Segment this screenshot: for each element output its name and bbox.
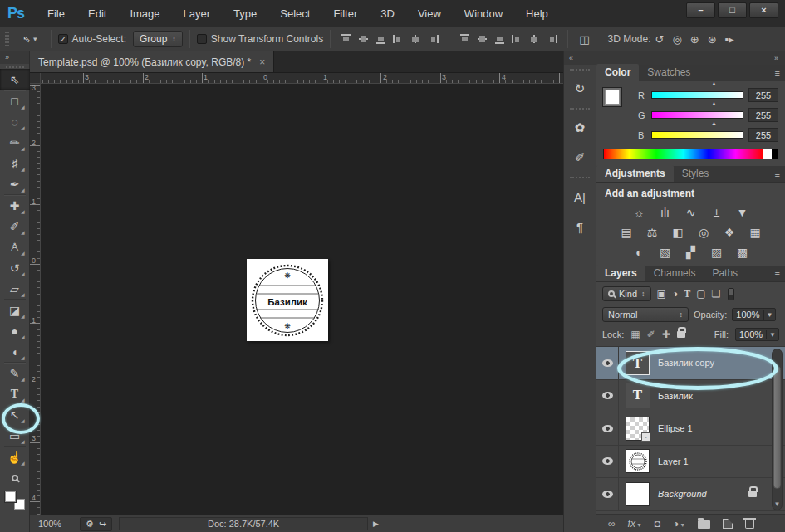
layer-thumbnail[interactable] <box>626 449 650 473</box>
threshold-icon[interactable]: ▞ <box>684 246 699 259</box>
selective-color-icon[interactable]: ▩ <box>735 246 750 259</box>
layer-row-background[interactable]: Background <box>596 478 785 511</box>
layer-name[interactable]: Layer 1 <box>658 456 689 466</box>
pen-tool[interactable]: ✎◢ <box>2 363 27 383</box>
dodge-tool[interactable]: ◖◢ <box>2 341 27 362</box>
menu-file[interactable]: File <box>36 0 76 27</box>
blur-tool[interactable]: ●◢ <box>2 320 27 341</box>
tool-preset-picker[interactable]: ⇖ ▾ <box>16 33 44 45</box>
menu-select[interactable]: Select <box>268 0 321 27</box>
spot-healing-brush-tool[interactable]: ✚◢ <box>2 195 27 216</box>
canvas-document[interactable]: ❋ ❋ Базилик <box>247 259 328 341</box>
lasso-tool[interactable]: ◌◢ <box>2 111 27 132</box>
type-tool[interactable]: T◢ <box>2 383 27 404</box>
show-transform-controls-checkbox[interactable] <box>197 34 207 44</box>
panel-menu-icon[interactable]: ≡ <box>775 68 780 78</box>
status-arrow-icon[interactable]: ▶ <box>373 520 379 528</box>
auto-select-checkbox[interactable]: ✓ <box>58 34 68 44</box>
foreground-color-swatch[interactable] <box>5 491 16 502</box>
layer-styles-button[interactable]: fx▼ <box>628 518 642 530</box>
brush-panel-icon[interactable]: ✐ <box>567 146 592 169</box>
menu-window[interactable]: Window <box>453 0 514 27</box>
document-tab[interactable]: Template.psd @ 100% (Базилик copy, RGB/8… <box>30 51 274 72</box>
chevron-down-icon[interactable]: ▼ <box>766 330 778 339</box>
move-tool[interactable]: ⇖ <box>0 69 30 90</box>
layer-row-ellipse-1[interactable]: ▫ Ellipse 1 <box>596 412 785 446</box>
layers-scrollbar[interactable]: ▼ <box>772 349 783 510</box>
toolbar-collapse-button[interactable]: » <box>0 51 29 64</box>
fill-field[interactable]: 100% ▼ <box>735 328 779 341</box>
color-balance-icon[interactable]: ⚖ <box>645 226 660 239</box>
menu-image[interactable]: Image <box>118 0 171 27</box>
layer-filter-kind-dropdown[interactable]: Kind ↕ <box>602 286 651 301</box>
align-top-edges-icon[interactable] <box>341 34 351 44</box>
eraser-tool[interactable]: ▱◢ <box>2 278 27 299</box>
panel-menu-icon[interactable]: ≡ <box>775 269 780 279</box>
color-spectrum-ramp[interactable] <box>603 149 778 159</box>
paragraph-panel-icon[interactable]: ¶ <box>567 215 592 238</box>
invert-icon[interactable]: ◐ <box>632 246 647 259</box>
layer-row-bazilik[interactable]: T Базилик <box>596 380 785 413</box>
tab-channels[interactable]: Channels <box>645 265 704 281</box>
menu-view[interactable]: View <box>406 0 453 27</box>
lock-all-icon[interactable] <box>677 331 685 338</box>
layer-name[interactable]: Базилик copy <box>658 358 714 368</box>
clone-stamp-tool[interactable]: ♙◢ <box>2 237 27 257</box>
panel-dock-expand-button[interactable]: » <box>596 51 785 65</box>
visibility-toggle[interactable] <box>596 347 619 379</box>
tab-layers[interactable]: Layers <box>596 265 645 281</box>
white-swatch[interactable] <box>763 149 772 159</box>
menu-help[interactable]: Help <box>514 0 560 27</box>
scrollbar-thumb[interactable] <box>773 366 781 489</box>
history-brush-tool[interactable]: ↺◢ <box>2 257 27 278</box>
tab-styles[interactable]: Styles <box>674 165 718 182</box>
quick-selection-tool[interactable]: ✏◢ <box>2 132 27 153</box>
3d-slide-icon[interactable]: ⊛ <box>708 33 717 46</box>
layer-row-layer-1[interactable]: Layer 1 <box>596 446 785 479</box>
foreground-color-swatch[interactable] <box>603 88 621 106</box>
color-lookup-icon[interactable]: ▦ <box>748 226 763 239</box>
opacity-field[interactable]: 100% ▼ <box>732 308 776 321</box>
eyedropper-tool[interactable]: ✒◢ <box>2 173 27 194</box>
layer-thumbnail[interactable] <box>626 482 650 506</box>
red-value-field[interactable]: 255 <box>748 88 778 102</box>
rectangular-marquee-tool[interactable]: □◢ <box>2 90 27 111</box>
color-panel-swatches[interactable] <box>603 88 631 118</box>
character-panel-icon[interactable]: A| <box>567 185 592 208</box>
align-right-edges-icon[interactable] <box>428 34 439 44</box>
blue-value-field[interactable]: 255 <box>748 128 778 142</box>
visibility-toggle[interactable] <box>596 446 619 478</box>
visibility-toggle[interactable] <box>596 478 619 510</box>
filter-shape-layers-icon[interactable]: ▢ <box>696 288 705 300</box>
new-adjustment-layer-icon[interactable]: ◑▼ <box>673 518 685 530</box>
new-group-icon[interactable] <box>698 520 710 529</box>
blend-mode-dropdown[interactable]: Normal ↕ <box>602 307 689 322</box>
sync-settings-icon[interactable]: ⚙ <box>86 519 94 530</box>
lock-transparency-icon[interactable]: ▦ <box>630 329 640 340</box>
tab-paths[interactable]: Paths <box>704 265 746 281</box>
menu-layer[interactable]: Layer <box>172 0 223 27</box>
close-button[interactable]: × <box>749 2 778 18</box>
visibility-toggle[interactable] <box>596 380 619 412</box>
zoom-level-field[interactable]: 100% <box>38 519 71 529</box>
channel-mixer-icon[interactable]: ❖ <box>722 226 737 239</box>
filter-smart-objects-icon[interactable]: ❏ <box>711 288 720 300</box>
tab-swatches[interactable]: Swatches <box>639 64 699 81</box>
gradient-tool[interactable]: ◪◢ <box>2 300 27 320</box>
align-horizontal-centers-icon[interactable] <box>410 34 421 44</box>
add-layer-mask-icon[interactable]: ◘ <box>655 518 660 530</box>
new-layer-icon[interactable] <box>723 519 733 529</box>
exposure-icon[interactable]: ± <box>709 206 724 219</box>
distribute-left-edges-icon[interactable] <box>512 34 523 44</box>
minimize-button[interactable]: – <box>686 2 715 18</box>
layer-thumbnail[interactable]: ▫ <box>626 417 650 441</box>
canvas-viewport[interactable]: 3 2 1 0 1 2 3 4 ❋ ❋ Базил <box>30 84 563 515</box>
layer-name[interactable]: Базилик <box>658 391 693 401</box>
distribute-spacing-icon[interactable]: ◫ <box>579 33 589 46</box>
scroll-down-arrow-icon[interactable]: ▼ <box>773 500 782 508</box>
history-panel-icon[interactable]: ↻ <box>567 77 592 100</box>
layer-name[interactable]: Ellipse 1 <box>658 423 693 433</box>
menu-type[interactable]: Type <box>222 0 268 27</box>
hand-tool[interactable]: ☝◢ <box>2 447 27 467</box>
distribute-horizontal-centers-icon[interactable] <box>529 34 540 44</box>
